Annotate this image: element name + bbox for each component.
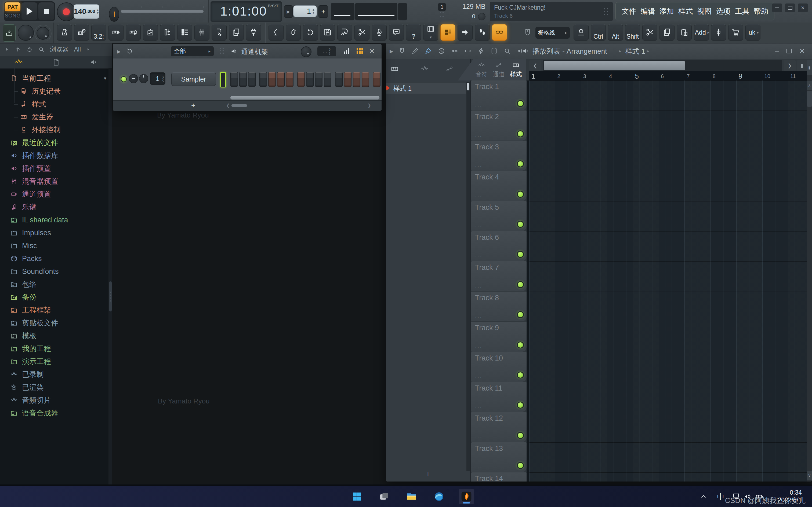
playlist-grid[interactable] [529, 80, 807, 482]
volume-knob[interactable] [478, 13, 486, 20]
menu-item[interactable]: 工具 [735, 6, 750, 16]
wave-icon[interactable] [421, 65, 429, 73]
toolbar-button[interactable]: 3.2: [91, 24, 106, 41]
step-button[interactable] [297, 72, 305, 87]
taskbar-app[interactable] [349, 489, 365, 504]
track-header[interactable]: Track 12 ... [471, 412, 526, 442]
taskbar-app[interactable] [431, 489, 447, 504]
track-enable-led[interactable] [517, 462, 524, 469]
browser-item[interactable]: 外接控制 ▾ [0, 123, 112, 136]
track-options[interactable]: ... [475, 101, 482, 108]
track-header[interactable]: Track 5 ... [471, 201, 526, 231]
browser-item[interactable]: 已渲染 ▾ [0, 381, 112, 394]
keyboard-editor-icon[interactable] [357, 48, 363, 54]
pitch-slider-knob[interactable] [109, 7, 119, 22]
step-button[interactable] [259, 72, 267, 87]
scrollbar-thumb[interactable] [109, 281, 112, 312]
track-options[interactable]: ... [475, 373, 482, 380]
maximize-icon[interactable] [786, 49, 792, 53]
scroll-corner-button[interactable]: ▮ [797, 60, 807, 71]
toolbar-button[interactable]: ▾ [354, 24, 369, 41]
arrow-up-icon[interactable] [14, 46, 21, 53]
toolbar-button[interactable]: ▾ [337, 24, 352, 41]
track-enable-led[interactable] [517, 372, 524, 379]
pattern-scrollbar[interactable] [466, 82, 470, 471]
close-icon[interactable]: ✕ [369, 47, 375, 56]
pattern-spinner[interactable]: ▲▼ [312, 8, 315, 14]
menu-arrow-icon[interactable]: ▶ [117, 49, 120, 54]
track-header[interactable]: Track 14 ... [471, 472, 526, 482]
slip-icon[interactable] [477, 47, 485, 55]
piano-icon[interactable] [391, 65, 399, 73]
view-tab[interactable]: 通道 [493, 62, 505, 78]
toolbar-button[interactable]: ▾ [372, 24, 387, 41]
toolbar-button[interactable] [108, 24, 123, 41]
toolbar-button[interactable] [177, 24, 192, 41]
rack-horizontal-scrollbar[interactable] [231, 96, 379, 100]
toolbar-button[interactable] [160, 24, 175, 41]
toolbar-button[interactable]: ▾ [286, 24, 301, 41]
scroll-left-button[interactable]: ❮ [529, 60, 541, 71]
browser-item[interactable]: 备份 ▾ [0, 291, 112, 304]
pattern-mode-button[interactable]: PAT [5, 2, 20, 11]
menu-item[interactable]: 文件 [622, 6, 636, 16]
track-header[interactable]: Track 4 ... [471, 171, 526, 201]
channel-target-indicator[interactable] [220, 72, 226, 88]
main-volume-knob[interactable] [18, 25, 34, 41]
step-button[interactable] [344, 72, 352, 87]
browser-item[interactable]: 插件预置 ▾ [0, 162, 112, 175]
taskbar-app[interactable] [459, 489, 474, 504]
play-button[interactable] [21, 2, 37, 20]
toolbar-button[interactable]: ▾ [492, 24, 507, 41]
browser-item[interactable]: 发生器 ▾ [0, 111, 112, 123]
magnet-icon[interactable] [523, 28, 532, 38]
browser-item[interactable]: 剪贴板文件 ▾ [0, 317, 112, 329]
track-options[interactable]: ... [475, 433, 482, 440]
track-enable-led[interactable] [517, 100, 524, 107]
track-enable-led[interactable] [517, 191, 524, 198]
paintbrush-icon[interactable] [424, 47, 432, 55]
graph-editor-icon[interactable] [344, 48, 349, 54]
step-button[interactable] [373, 72, 380, 87]
tray-chevron-up-icon[interactable] [700, 493, 707, 501]
tempo-spinner[interactable]: ▲▼ [96, 9, 99, 14]
toolbar-button[interactable]: ▾ [475, 24, 490, 41]
track-enable-led[interactable] [517, 402, 524, 408]
browser-item[interactable]: 包络 ▾ [0, 278, 112, 291]
song-mode-button[interactable]: SONG [5, 11, 20, 20]
pattern-list-button[interactable]: ▶ [284, 5, 293, 18]
toolbar-button[interactable]: ▸ [711, 24, 726, 41]
browser-item[interactable]: Impulses ▾ [0, 226, 112, 239]
menu-item[interactable]: 帮助 [754, 6, 768, 16]
step-button[interactable] [248, 72, 256, 87]
browser-item[interactable]: 混音器预置 ▾ [0, 175, 112, 188]
taskbar-app[interactable] [404, 489, 419, 504]
scroll-up-button[interactable]: ∧ [807, 81, 812, 90]
tempo-display[interactable]: 140.000 ▲▼ [73, 4, 99, 19]
track-enable-led[interactable] [517, 130, 524, 137]
view-tab[interactable]: 音符 [475, 62, 487, 78]
delete-icon[interactable] [438, 47, 445, 55]
toolbar-button[interactable]: ? ▾ [406, 24, 421, 41]
pitch-slider-track[interactable] [121, 10, 204, 13]
toolbar-button[interactable]: Ctrl ▸ [591, 24, 606, 41]
menu-item[interactable]: 样式 [678, 6, 693, 16]
browser-item[interactable]: 当前工程 ▾ [0, 72, 112, 85]
minimize-icon[interactable] [775, 51, 779, 52]
toolbar-button[interactable]: Alt ▸ [608, 24, 623, 41]
track-enable-led[interactable] [517, 341, 524, 348]
mute-icon[interactable] [451, 47, 458, 55]
track-options[interactable]: ... [475, 131, 482, 138]
main-pitch-knob[interactable] [37, 27, 49, 40]
menu-arrow-icon[interactable]: ▶ [390, 49, 393, 54]
track-enable-led[interactable] [517, 432, 524, 439]
track-options[interactable]: ... [475, 252, 482, 259]
track-header[interactable]: Track 8 ... [471, 292, 526, 321]
swing-display[interactable]: ... ❯❮ [317, 46, 336, 56]
track-enable-led[interactable] [517, 251, 524, 258]
select-icon[interactable] [490, 47, 498, 55]
step-button[interactable] [324, 72, 332, 87]
browser-item[interactable]: 乐谱 ▾ [0, 201, 112, 214]
browser-item[interactable]: 我的工程 ▾ [0, 342, 112, 355]
menu-item[interactable]: 视图 [697, 6, 712, 16]
